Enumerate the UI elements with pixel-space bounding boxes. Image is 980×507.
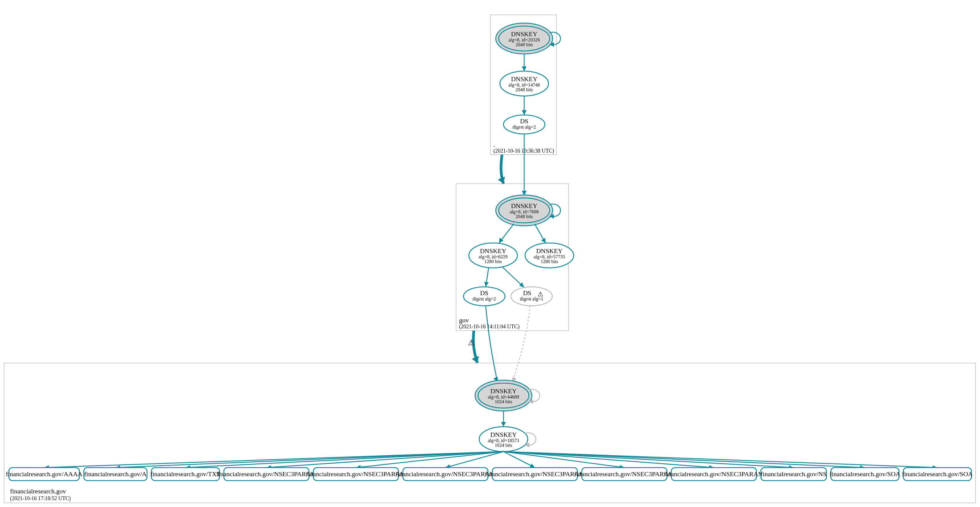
rrset-label: financialresearch.gov/A xyxy=(84,470,146,478)
edge-gov-ds1-to-fr-ksk xyxy=(486,306,498,382)
zone-fr-timestamp: (2021-10-16 17:18:52 UTC) xyxy=(10,496,71,502)
rrset-label: financialresearch.gov/NSEC3PARAM xyxy=(664,470,764,478)
svg-text:2048 bits: 2048 bits xyxy=(515,214,533,219)
svg-text:2048 bits: 2048 bits xyxy=(515,42,533,47)
node-gov-zsk1: DNSKEY alg=8, id=6229 1280 bits xyxy=(469,243,517,268)
edge-gov-ds2-to-fr-ksk xyxy=(512,306,530,382)
rrset-row: financialresearch.gov/AAAAfinancialresea… xyxy=(6,467,973,481)
svg-text:DNSKEY: DNSKEY xyxy=(490,431,517,438)
node-root-zsk: DNSKEY alg=8, id=14748 2048 bits xyxy=(500,71,549,96)
svg-text:DNSKEY: DNSKEY xyxy=(480,247,506,255)
rrset-label: financialresearch.gov/NSEC3PARAM xyxy=(574,470,675,478)
zone-root-label: . xyxy=(493,141,495,148)
svg-text:digest alg=2: digest alg=2 xyxy=(513,124,536,130)
node-gov-ds2: DS digest alg=1 ⚠ xyxy=(511,287,552,306)
node-root-ds: DS digest alg=2 xyxy=(503,115,545,134)
rrset-label: financialresearch.gov/NSEC3PARAM xyxy=(485,470,585,478)
rrset-label: financialresearch.gov/NSEC3PARAM xyxy=(395,470,495,478)
rrset-label: financialresearch.gov/NSEC3PARAM xyxy=(216,470,316,478)
rrset-label: financialresearch.gov/SOA xyxy=(830,470,900,478)
node-gov-ksk: DNSKEY alg=8, id=7698 2048 bits xyxy=(496,195,553,226)
rrset-label: financialresearch.gov/AAAA xyxy=(6,470,83,478)
edge-fr-zsk-to-rrset xyxy=(503,451,937,467)
node-fr-zsk: DNSKEY alg=8, id=18573 1024 bits xyxy=(479,427,528,451)
node-gov-zsk2: DNSKEY alg=8, id=57735 1280 bits xyxy=(525,243,574,268)
node-fr-ksk: DNSKEY alg=8, id=44689 1024 bits xyxy=(475,380,532,411)
svg-text:digest alg=2: digest alg=2 xyxy=(473,296,496,302)
rrset-label: financialresearch.gov/TXT xyxy=(150,470,221,478)
zone-fr-label: financialresearch.gov xyxy=(10,488,66,495)
node-root-ksk: DNSKEY alg=8, id=20326 2048 bits xyxy=(496,23,553,54)
warning-icon: ⚠ xyxy=(538,290,544,298)
svg-marker-7 xyxy=(522,66,527,71)
rrset-label: financialresearch.gov/NSEC3PARAM xyxy=(306,470,406,478)
zone-root-timestamp: (2021-10-16 10:36:38 UTC) xyxy=(493,148,554,154)
svg-marker-12 xyxy=(522,110,527,115)
svg-text:1280 bits: 1280 bits xyxy=(484,259,502,264)
node-gov-ds1: DS digest alg=2 xyxy=(463,287,505,306)
svg-text:DS: DS xyxy=(480,289,488,297)
svg-text:DNSKEY: DNSKEY xyxy=(511,30,537,38)
svg-marker-53 xyxy=(501,422,506,427)
svg-text:1024 bits: 1024 bits xyxy=(495,399,512,404)
svg-text:DS: DS xyxy=(520,117,528,125)
rrset-label: financialresearch.gov/SOA xyxy=(902,470,973,478)
svg-text:DNSKEY: DNSKEY xyxy=(490,387,517,395)
edge-fr-zsk-to-rrset xyxy=(503,451,794,467)
edge-fr-zsk-to-rrset xyxy=(116,451,503,467)
svg-marker-35 xyxy=(484,282,488,287)
svg-text:1024 bits: 1024 bits xyxy=(495,443,512,448)
rrset-label: financialresearch.gov/NS xyxy=(760,470,827,478)
zone-gov-timestamp: (2021-10-16 14:11:04 UTC) xyxy=(459,324,519,330)
svg-text:DNSKEY: DNSKEY xyxy=(511,75,537,83)
svg-text:DNSKEY: DNSKEY xyxy=(536,247,562,255)
svg-text:DS: DS xyxy=(523,289,531,297)
svg-text:DNSKEY: DNSKEY xyxy=(511,202,537,209)
svg-text:1280 bits: 1280 bits xyxy=(541,259,558,264)
warning-icon: ⚠ xyxy=(468,338,475,347)
svg-text:2048 bits: 2048 bits xyxy=(515,87,533,92)
zone-gov-label: gov xyxy=(459,316,469,324)
